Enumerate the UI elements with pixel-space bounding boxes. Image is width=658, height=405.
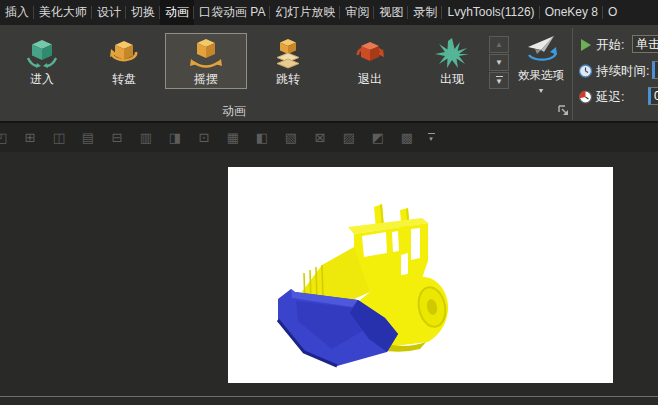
animation-dialog-launcher-button[interactable] [557,103,570,116]
duration-row: 持续时间: [578,62,649,80]
toolbar-icon[interactable]: ▥ [138,130,154,145]
animation-ribbon: 进入 转盘 摇摆 [0,25,658,121]
gallery-item-label: 出现 [440,71,464,88]
gallery-scroll-down-button[interactable]: ▼ [489,54,509,71]
gallery-item-enter[interactable]: 进入 [1,33,83,89]
toolbar-more-button[interactable]: ▾ [424,130,438,145]
delay-row: 延迟: [578,88,624,106]
ribbon-tab-bar: 插入 美化大师 设计 切换 动画 口袋动画 PA 幻灯片放映 审阅 视图 录制 … [0,0,658,25]
gallery-item-label: 跳转 [276,71,300,88]
duration-input[interactable] [652,61,658,79]
effect-options-label: 效果选项 [518,68,564,83]
gallery-item-turntable[interactable]: 转盘 [83,33,165,89]
gallery-scroll-up-button[interactable]: ▲ [489,36,509,53]
tab-review[interactable]: 审阅 [340,0,374,25]
jump-cube-icon [270,37,306,71]
start-label: 开始: [596,37,624,54]
toolbar-icon[interactable]: ▧ [283,130,299,145]
more-bar-icon [428,133,435,134]
toolbar-icon[interactable]: ▦ [225,130,241,145]
toolbar-icon[interactable]: ◧ [254,130,270,145]
toolbar-icon[interactable]: ▤ [80,130,96,145]
tab-beautify-master[interactable]: 美化大师 [34,0,92,25]
gallery-item-exit[interactable]: 退出 [329,33,411,89]
start-dropdown[interactable]: 单击时 [632,35,658,53]
presentation-app-window: { "tabbar": { "active_tab": "动画", "tabs"… [0,0,658,405]
toolbar-icon[interactable]: ⊞ [22,130,38,145]
chevron-down-icon: ▼ [538,87,545,94]
clock-icon [578,64,593,78]
gallery-item-label: 退出 [358,71,382,88]
delay-clock-icon [578,90,593,104]
tab-onekey[interactable]: OneKey 8 [540,0,603,25]
toolbar-icon[interactable]: ⊠ [312,130,328,145]
tab-transitions[interactable]: 切换 [126,0,160,25]
duration-label: 持续时间: [596,63,649,80]
start-row: 开始: [578,36,624,54]
tab-pocket-animation[interactable]: 口袋动画 PA [194,0,270,25]
tab-design[interactable]: 设计 [92,0,126,25]
play-icon [578,38,593,52]
bulldozer-3d-model[interactable] [274,201,452,371]
toolbar-icons: ◰ ⊞ ◫ ▤ ⊟ ▥ ◨ ⊡ ▦ ◧ ▧ ⊠ ▨ ◩ ▩ [0,123,415,152]
gallery-item-swing[interactable]: 摇摆 [165,33,247,89]
delay-label: 延迟: [596,89,624,106]
enter-cube-icon [24,37,60,71]
ribbon-separator [572,28,573,120]
slide[interactable] [228,167,613,383]
gallery-item-label: 进入 [30,71,54,88]
toolbar-icon[interactable]: ◰ [0,130,9,145]
gallery-item-label: 转盘 [112,71,136,88]
animation-gallery: 进入 转盘 摇摆 [1,33,493,89]
chevron-down-icon: ▼ [495,78,503,86]
animation-group-label: 动画 [206,103,262,120]
turntable-cube-icon [106,37,142,71]
animation-quick-toolbar: ◰ ⊞ ◫ ▤ ⊟ ▥ ◨ ⊡ ▦ ◧ ▧ ⊠ ▨ ◩ ▩ ▾ [0,121,658,152]
tab-animation[interactable]: 动画 [160,0,194,25]
gallery-more-button[interactable]: ▼ [489,72,509,89]
delay-input[interactable]: 0 [648,87,658,105]
exit-cube-icon [352,37,388,71]
dialog-launcher-icon [557,104,570,117]
toolbar-icon[interactable]: ◨ [167,130,183,145]
tab-overflow[interactable]: O [603,0,622,25]
appear-star-icon [434,37,470,71]
swing-cube-icon [188,37,224,71]
toolbar-icon[interactable]: ◫ [51,130,67,145]
gallery-scroll-controls: ▲ ▼ ▼ [489,36,509,90]
toolbar-icon[interactable]: ◩ [370,130,386,145]
chevron-down-icon: ▼ [495,59,503,67]
tab-lvyhtools[interactable]: LvyhTools(1126) [442,0,539,25]
toolbar-icon[interactable]: ⊡ [196,130,212,145]
paper-plane-swirl-icon [524,34,558,64]
status-bar-divider [0,396,658,397]
toolbar-icon[interactable]: ▩ [399,130,415,145]
tab-slideshow[interactable]: 幻灯片放映 [270,0,340,25]
toolbar-icon[interactable]: ▨ [341,130,357,145]
gallery-item-appear[interactable]: 出现 [411,33,493,89]
timing-pane: 开始: 单击时 持续时间: 延迟: 0 [578,25,658,121]
gallery-item-label: 摇摆 [194,71,218,88]
tab-record[interactable]: 录制 [408,0,442,25]
gallery-item-jump[interactable]: 跳转 [247,33,329,89]
toolbar-icon[interactable]: ⊟ [109,130,125,145]
chevron-up-icon: ▲ [495,41,503,49]
chevron-down-icon: ▾ [429,135,433,142]
tab-insert[interactable]: 插入 [0,0,34,25]
tab-view[interactable]: 视图 [374,0,408,25]
